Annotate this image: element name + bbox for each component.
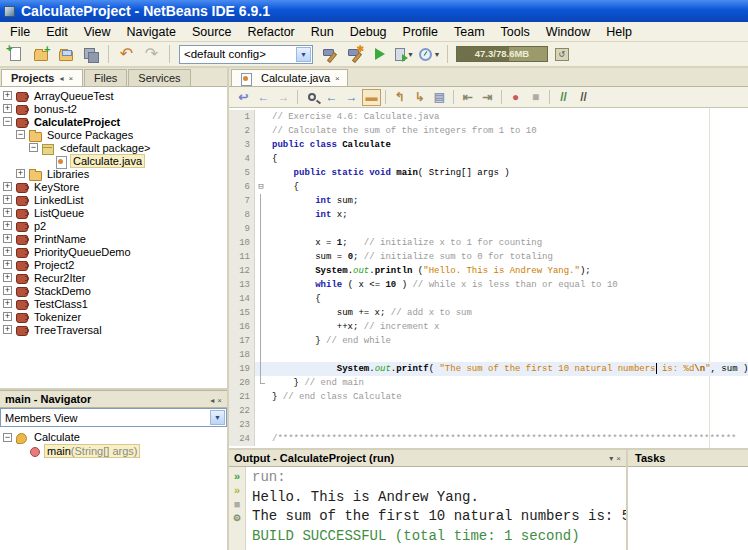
shift-right-icon[interactable]: ⇥ <box>478 89 497 106</box>
start-macro-recording-icon[interactable]: ● <box>506 89 525 106</box>
project-item-p2[interactable]: +p2 <box>0 219 227 232</box>
output-close-icon[interactable]: × <box>616 454 621 463</box>
navigator-item-calculate[interactable]: −Calculate <box>0 430 227 444</box>
line-number[interactable]: 4 <box>229 152 255 166</box>
menu-help[interactable]: Help <box>598 23 640 41</box>
line-number[interactable]: 7 <box>229 194 255 208</box>
project-item-printname[interactable]: +PrintName <box>0 232 227 245</box>
comment-icon[interactable]: // <box>554 89 573 106</box>
output-minimize-icon[interactable]: ▾ <box>609 454 613 463</box>
project-item-recur2iter[interactable]: +Recur2Iter <box>0 271 227 284</box>
project-item-priorityqueuedemo[interactable]: +PriorityQueueDemo <box>0 245 227 258</box>
tree-toggle-icon[interactable]: + <box>3 260 12 269</box>
tree-toggle-icon[interactable]: − <box>3 433 12 442</box>
code-line-11[interactable]: 11 sum = 0; // initialize sum to 0 for t… <box>229 250 748 264</box>
tree-toggle-icon[interactable]: + <box>3 182 12 191</box>
debug-dropdown-icon[interactable]: ▼ <box>407 51 414 58</box>
line-number[interactable]: 15 <box>229 306 255 320</box>
menu-source[interactable]: Source <box>184 23 240 41</box>
line-number[interactable]: 6 <box>229 180 255 194</box>
tab-services[interactable]: Services <box>128 69 190 86</box>
project-item-keystore[interactable]: +KeyStore <box>0 180 227 193</box>
tree-toggle-icon[interactable]: + <box>3 104 12 113</box>
menu-run[interactable]: Run <box>303 23 342 41</box>
memory-indicator[interactable]: 47.3/78.6MB <box>456 46 548 62</box>
undo-button[interactable]: ↶ <box>115 43 138 65</box>
menu-debug[interactable]: Debug <box>342 23 395 41</box>
projects-close-icon[interactable]: × <box>68 74 73 83</box>
project-item-stackdemo[interactable]: +StackDemo <box>0 284 227 297</box>
code-line-19[interactable]: 19 System.out.printf( "The sum of the fi… <box>229 362 748 376</box>
project-item-linkedlist[interactable]: +LinkedList <box>0 193 227 206</box>
toggle-highlight-icon[interactable]: ▬ <box>362 89 381 106</box>
tree-toggle-icon[interactable]: − <box>29 143 38 152</box>
line-number[interactable]: 2 <box>229 124 255 138</box>
code-line-20[interactable]: 20 } // end main <box>229 376 748 390</box>
project-item-arrayqueuetest[interactable]: +ArrayQueueTest <box>0 89 227 102</box>
code-line-22[interactable]: 22 <box>229 404 748 418</box>
line-number[interactable]: 5 <box>229 166 255 180</box>
line-number[interactable]: 1 <box>229 110 255 124</box>
line-number[interactable]: 23 <box>229 418 255 432</box>
line-number[interactable]: 12 <box>229 264 255 278</box>
code-line-18[interactable]: 18 <box>229 348 748 362</box>
stop-macro-recording-icon[interactable]: ■ <box>526 89 545 106</box>
new-file-button[interactable] <box>4 43 27 65</box>
line-number[interactable]: 14 <box>229 292 255 306</box>
find-next-icon[interactable]: → <box>342 89 361 106</box>
line-number[interactable]: 8 <box>229 208 255 222</box>
project-item-source-packages[interactable]: −Source Packages <box>0 128 227 141</box>
build-project-button[interactable] <box>318 43 341 65</box>
ant-settings-icon[interactable]: ⚙ <box>233 512 241 524</box>
navigator-tree[interactable]: −Calculatemain(String[] args) <box>0 427 227 550</box>
tree-toggle-icon[interactable]: + <box>3 234 12 243</box>
tree-toggle-icon[interactable]: + <box>16 169 25 178</box>
editor-tab-close-icon[interactable]: × <box>335 74 340 83</box>
code-line-4[interactable]: 4{ <box>229 152 748 166</box>
tree-toggle-icon[interactable]: + <box>3 325 12 334</box>
menu-file[interactable]: File <box>2 23 38 41</box>
projects-tree[interactable]: +ArrayQueueTest+bonus-t2−CalculateProjec… <box>0 87 227 390</box>
toggle-bookmark-icon[interactable]: ▤ <box>430 89 449 106</box>
profile-project-button[interactable]: ▼ <box>418 43 441 65</box>
project-item--default-package-[interactable]: −<default package> <box>0 141 227 154</box>
line-number[interactable]: 13 <box>229 278 255 292</box>
project-item-project2[interactable]: +Project2 <box>0 258 227 271</box>
tree-toggle-icon[interactable]: + <box>3 299 12 308</box>
stop-build-icon[interactable]: ■ <box>234 498 241 510</box>
find-previous-icon[interactable]: ← <box>322 89 341 106</box>
code-line-10[interactable]: 10 x = 1; // initialize x to 1 for count… <box>229 236 748 250</box>
output-console[interactable]: run:Hello. This is Andrew Yang.The sum o… <box>246 467 626 550</box>
profile-dropdown-icon[interactable]: ▼ <box>434 51 441 58</box>
run-project-button[interactable] <box>368 43 391 65</box>
next-bookmark-icon[interactable]: ↳ <box>410 89 429 106</box>
members-view-dropdown-icon[interactable]: ▼ <box>210 410 225 425</box>
shift-left-icon[interactable]: ⇤ <box>458 89 477 106</box>
code-line-13[interactable]: 13 while ( x <= 10 ) // while x is less … <box>229 278 748 292</box>
menu-navigate[interactable]: Navigate <box>119 23 184 41</box>
tree-toggle-icon[interactable]: + <box>3 286 12 295</box>
navigator-item-main[interactable]: main(String[] args) <box>0 444 227 458</box>
clean-and-build-button[interactable]: ✱ <box>343 43 366 65</box>
forward-icon[interactable]: → <box>274 89 293 106</box>
code-line-5[interactable]: 5 public static void main( String[] args… <box>229 166 748 180</box>
project-item-treetraversal[interactable]: +TreeTraversal <box>0 323 227 336</box>
line-number[interactable]: 21 <box>229 390 255 404</box>
project-item-libraries[interactable]: +Libraries <box>0 167 227 180</box>
debug-project-button[interactable]: ▼ <box>393 43 416 65</box>
line-number[interactable]: 10 <box>229 236 255 250</box>
menu-edit[interactable]: Edit <box>38 23 76 41</box>
tree-toggle-icon[interactable]: + <box>3 273 12 282</box>
open-project-button[interactable] <box>54 43 77 65</box>
code-line-6[interactable]: 6⊟ { <box>229 180 748 194</box>
line-number[interactable]: 24 <box>229 432 255 446</box>
navigator-close-icon[interactable]: × <box>217 396 222 405</box>
projects-minimize-icon[interactable]: ◂ <box>59 74 63 83</box>
line-number[interactable]: 17 <box>229 334 255 348</box>
tasks-tab[interactable]: Tasks <box>628 450 748 467</box>
project-item-listqueue[interactable]: +ListQueue <box>0 206 227 219</box>
code-line-1[interactable]: 1// Exercise 4.6: Calculate.java <box>229 110 748 124</box>
code-line-3[interactable]: 3public class Calculate <box>229 138 748 152</box>
last-edit-icon[interactable]: ↩ <box>234 89 253 106</box>
tree-toggle-icon[interactable]: + <box>3 91 12 100</box>
